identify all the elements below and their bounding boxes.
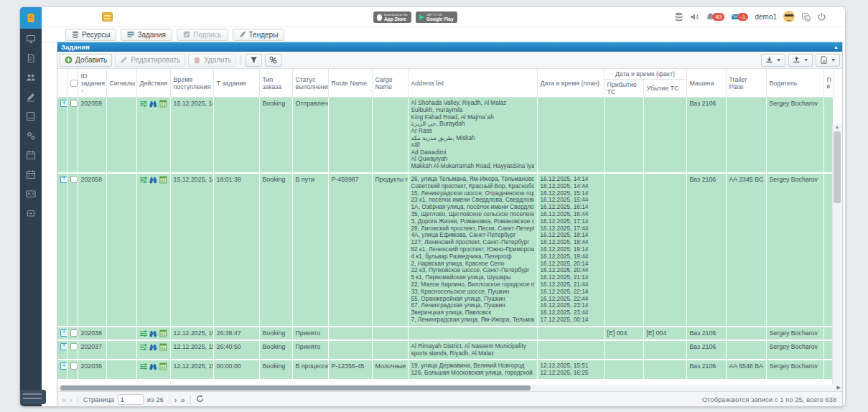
column-header-actions[interactable]: Действия [136,69,170,98]
route-settings-icon[interactable] [140,100,148,108]
last-page-button[interactable]: » [180,395,185,404]
avatar[interactable] [783,11,795,22]
route-settings-icon[interactable] [140,329,148,337]
collapse-panel-icon[interactable]: ▲ [834,45,839,50]
sidebar-item-gears-icon[interactable] [20,126,42,145]
column-header-arrival[interactable]: Прибытие ТС [604,80,643,98]
route-settings-icon[interactable] [140,362,148,370]
scroll-up-icon[interactable]: ▲ [833,123,841,131]
column-header-trailer[interactable]: Trailer Plate [726,69,766,98]
task-row-202058[interactable]: 20205815.12.2025, 14:3918:01:38BookingВ … [57,173,833,327]
horizontal-scrollbar[interactable]: ▶ [57,385,842,391]
delete-button[interactable]: Удалить [188,54,236,67]
power-icon[interactable] [817,12,826,22]
task-row-202036[interactable]: 20203612.12.2025, 15:5100:00:00BookingВ … [57,360,833,380]
row-expander-icon[interactable] [60,100,67,107]
sidebar-item-users-icon[interactable] [20,67,42,87]
google-play-badge[interactable]: GET IT ON Google Play [416,11,457,23]
notifications[interactable]: 43 [706,12,724,22]
row-checkbox[interactable] [70,329,78,337]
page-input[interactable] [118,394,144,405]
row-checkbox[interactable] [70,100,78,107]
scroll-right-icon[interactable]: ▶ [837,385,841,390]
binoculars-icon[interactable] [149,176,157,184]
sidebar-item-document-icon[interactable] [20,48,42,67]
add-button[interactable]: Добавить [60,54,112,67]
report-table-icon[interactable] [159,176,167,184]
sidebar-item-signature-icon[interactable] [20,87,42,106]
sidebar-item-tasks-logo-icon[interactable] [20,7,42,29]
download-menu-button[interactable]: ▼ [761,54,785,67]
excel-export-button[interactable]: x ▼ [816,54,840,67]
route-settings-icon[interactable] [140,343,148,351]
row-checkbox[interactable] [70,362,78,370]
route-settings-icon[interactable] [140,176,148,184]
column-header-cargo[interactable]: Cargo Name [372,69,408,98]
column-header-partial[interactable]: П в [823,69,833,98]
task-row-202059[interactable]: 20205915.12.2025, 14:45BookingОтправлено… [57,98,833,173]
column-header-signals[interactable]: Сигналы [106,69,136,98]
sidebar-item-calendar-icon[interactable] [20,145,42,164]
tab-Тендеры[interactable]: Тендеры [233,29,285,41]
column-header-checkbox[interactable] [67,69,78,98]
horizontal-scroll-thumb[interactable] [60,385,531,390]
sound-icon[interactable] [690,12,699,22]
tab-Задания[interactable]: Задания [121,29,172,41]
column-header-address[interactable]: Address list [408,69,537,98]
page-of-label: из 26 [147,395,164,403]
sidebar-item-id-card-icon[interactable] [20,184,42,203]
first-page-button[interactable]: « [62,395,66,404]
column-header-route[interactable]: Route Name [328,69,372,98]
column-header-departure[interactable]: Убытие ТС [643,80,686,98]
row-expander-icon[interactable] [60,362,67,370]
upload-menu-button[interactable]: ▼ [788,54,813,67]
row-expander-icon[interactable] [60,343,67,350]
column-header-plan[interactable]: Дата и время (план) [537,69,604,98]
language-icon[interactable]: Aa [801,12,811,22]
messages-count: -1 [737,13,748,21]
row-expander-icon[interactable] [60,176,67,183]
tab-Ресурсы[interactable]: Ресурсы [65,29,116,41]
row-checkbox[interactable] [70,176,78,183]
server-icon[interactable] [674,12,683,22]
binoculars-icon[interactable] [149,329,157,337]
report-table-icon[interactable] [159,343,167,351]
task-row-202037[interactable]: 20203712.12.2025, 15:5526:40:50BookingПр… [57,340,833,360]
column-header-order_type[interactable]: Тип заказа [259,69,292,98]
refresh-button[interactable] [196,395,204,404]
sidebar-item-collapse-icon[interactable] [20,203,42,223]
row-checkbox[interactable] [70,343,78,350]
select-all-checkbox[interactable] [70,80,78,87]
link-button[interactable] [265,54,281,67]
column-header-status[interactable]: Статус выполнения [292,69,328,98]
binoculars-icon[interactable] [149,343,157,351]
signals-cell [106,98,136,173]
binoculars-icon[interactable] [149,100,157,108]
vertical-scroll-thumb[interactable] [834,131,841,203]
report-table-icon[interactable] [159,100,167,108]
task-row-202038[interactable]: 20203812.12.2025, 15:5826:38:47BookingПр… [57,327,833,340]
binoculars-icon[interactable] [149,362,157,370]
t-task-cell: 00:00:00 [213,360,259,380]
prev-page-button[interactable]: ‹ [70,395,73,404]
edit-button[interactable]: Редактировать [115,54,185,67]
row-expander-icon[interactable] [60,329,67,337]
vertical-scrollbar[interactable]: ▲ ▼ [832,123,841,385]
column-header-driver[interactable]: Водитель [766,69,823,98]
column-header-time_received[interactable]: Время поступления [170,69,213,98]
sidebar-item-monitor-icon[interactable] [20,29,42,48]
app-store-badge[interactable]: Download on the App Store [373,11,411,23]
column-header-machine[interactable]: Машина [686,69,726,98]
column-header-t_task[interactable]: Т задания [213,69,259,98]
filter-button[interactable] [246,54,262,67]
sidebar-item-calendar2-icon[interactable] [20,164,42,184]
tab-Подпись[interactable]: Подпись [177,29,228,41]
next-page-button[interactable]: › [174,395,177,404]
column-header-id[interactable]: ID задания↓ [78,69,106,98]
sidebar-item-book-icon[interactable] [20,106,42,126]
machine-cell: Ваз 2106 [686,327,726,340]
report-table-icon[interactable] [159,329,167,337]
report-table-icon[interactable] [159,362,167,370]
messages[interactable]: -1 [731,12,748,22]
column-header-expander[interactable] [57,69,67,98]
